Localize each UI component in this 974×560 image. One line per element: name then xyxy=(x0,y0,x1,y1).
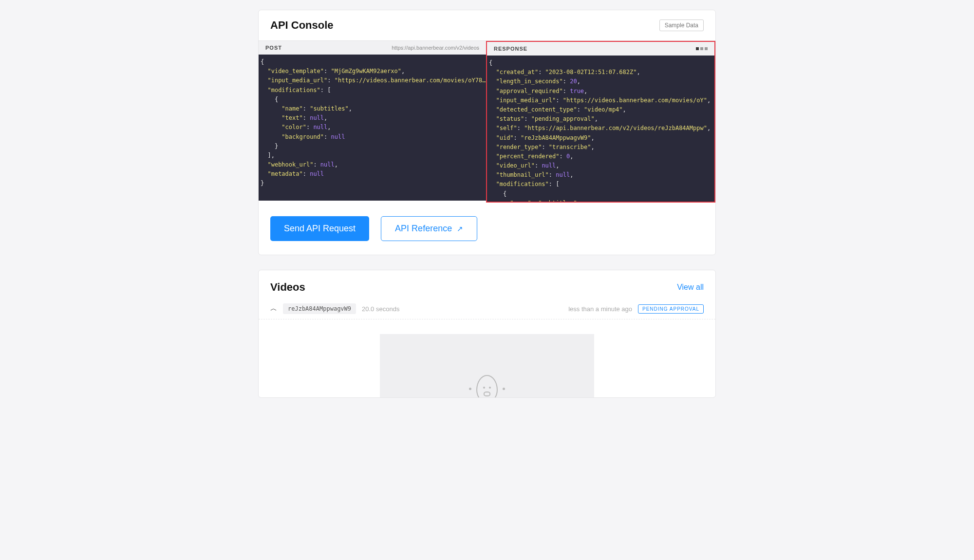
response-header: RESPONSE xyxy=(487,42,714,56)
response-body-viewer: { "created_at": "2023-08-02T12:51:07.682… xyxy=(487,56,714,202)
sample-data-button[interactable]: Sample Data xyxy=(659,19,704,31)
chevron-up-icon[interactable]: ︿ xyxy=(270,304,277,313)
request-body-editor[interactable]: { "video_template": "MjGmZg9wKAM92aerxo"… xyxy=(259,55,486,201)
http-method: POST xyxy=(265,45,282,51)
videos-title: Videos xyxy=(270,281,305,294)
response-column: RESPONSE { "created_at": "2023-08-02T12:… xyxy=(486,41,715,203)
video-list-item[interactable]: ︿ reJzbA84AMppwagvW9 20.0 seconds less t… xyxy=(259,299,715,319)
api-console-header: API Console Sample Data xyxy=(259,10,715,40)
api-console-title: API Console xyxy=(270,19,334,32)
video-preview-placeholder xyxy=(380,334,594,397)
code-area: POST https://api.bannerbear.com/v2/video… xyxy=(259,40,715,203)
request-column: POST https://api.bannerbear.com/v2/video… xyxy=(259,41,486,203)
video-time-ago: less than a minute ago xyxy=(568,305,632,313)
send-api-request-button[interactable]: Send API Request xyxy=(270,216,369,241)
bear-placeholder-icon xyxy=(469,375,505,397)
video-uid: reJzbA84AMppwagvW9 xyxy=(283,303,356,314)
api-reference-label: API Reference xyxy=(395,224,452,234)
request-header: POST https://api.bannerbear.com/v2/video… xyxy=(259,41,486,55)
console-actions: Send API Request API Reference ↗ xyxy=(259,203,715,255)
videos-panel: Videos View all ︿ reJzbA84AMppwagvW9 20.… xyxy=(258,270,716,398)
view-all-link[interactable]: View all xyxy=(677,283,704,292)
response-label: RESPONSE xyxy=(494,46,527,52)
external-link-icon: ↗ xyxy=(457,224,463,233)
endpoint-url: https://api.bannerbear.com/v2/videos xyxy=(392,45,479,51)
video-preview-area xyxy=(259,319,715,397)
video-duration: 20.0 seconds xyxy=(362,305,399,313)
loading-dots-icon xyxy=(696,47,708,50)
api-reference-button[interactable]: API Reference ↗ xyxy=(381,216,477,241)
video-status-badge: PENDING APPROVAL xyxy=(638,304,704,314)
api-console-panel: API Console Sample Data POST https://api… xyxy=(258,10,716,255)
videos-header: Videos View all xyxy=(259,270,715,299)
